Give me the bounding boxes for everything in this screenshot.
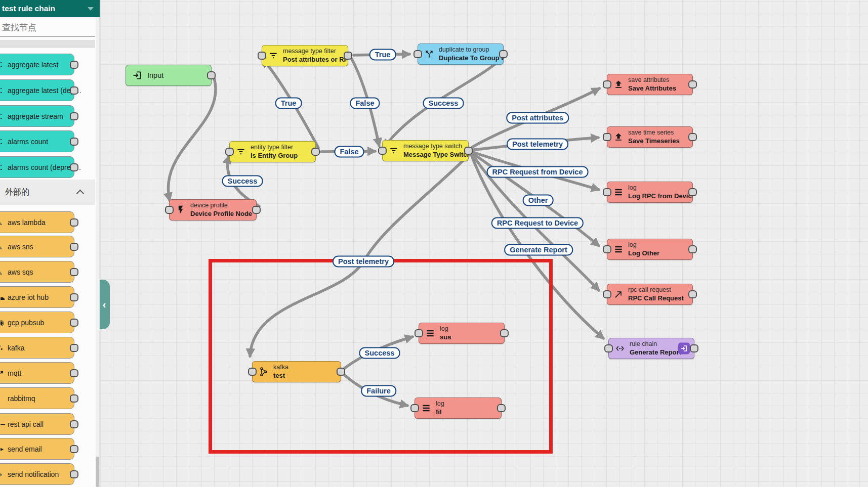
node-rule-chain-generate-report[interactable]: rule chain Generate Report [608,338,694,359]
output-connector[interactable] [70,61,78,69]
input-connector[interactable] [604,344,613,352]
edge-label-success[interactable]: Success [423,98,464,109]
output-connector[interactable] [464,147,473,155]
library-item-alarms-count-deprecated[interactable]: Σ alarms count (deprec… [0,156,74,178]
output-connector[interactable] [252,206,261,214]
output-connector[interactable] [500,329,509,337]
node-name: Duplicate To Group En… [439,54,503,62]
edge-label-success[interactable]: Success [359,347,400,359]
output-connector[interactable] [688,290,697,298]
node-log-fil[interactable]: log fil [415,397,502,419]
edge-label-false[interactable]: False [350,98,380,109]
library-item-aws-lambda[interactable]: λ aws lambda [0,211,74,233]
output-connector[interactable] [497,404,506,412]
input-connector[interactable] [165,206,174,214]
input-connector[interactable] [410,404,419,412]
node-save-time-series[interactable]: save time series Save Timeseries [607,126,693,148]
output-connector[interactable] [70,319,78,327]
node-log-other[interactable]: log Log Other [607,239,693,260]
edge-label-true[interactable]: True [275,98,302,109]
output-connector[interactable] [688,133,697,141]
node-input[interactable]: Input [126,65,212,86]
input-connector[interactable] [603,80,611,88]
input-connector[interactable] [603,133,611,141]
node-device-profile[interactable]: device profile Device Profile Node [169,199,257,220]
output-connector[interactable] [70,86,78,95]
input-connector[interactable] [603,188,611,196]
output-connector[interactable] [688,245,697,253]
output-connector[interactable] [70,293,78,301]
output-connector[interactable] [70,445,78,453]
edge-label-true[interactable]: True [369,49,396,61]
node-save-attributes[interactable]: save attributes Save Attributes [607,74,693,95]
edge-label-post-attributes[interactable]: Post attributes [506,112,569,124]
output-connector[interactable] [70,163,78,171]
output-connector[interactable] [70,218,78,227]
output-connector[interactable] [688,80,697,88]
node-message-type-filter[interactable]: message type filter Post attributes or R… [262,45,348,66]
edge-label-rpc-request-to-device[interactable]: RPC Request to Device [491,217,584,229]
output-connector[interactable] [70,344,78,352]
edge-label-rpc-request-from-device[interactable]: RPC Request from Device [487,166,589,178]
library-item-rabbitmq[interactable]: ▪ rabbitmq [0,387,74,409]
output-connector[interactable] [70,369,78,377]
edge-label-post-telemetry[interactable]: Post telemetry [507,139,568,150]
input-connector[interactable] [258,52,266,60]
edge-label-false[interactable]: False [334,146,364,158]
output-connector[interactable] [70,243,78,251]
open-rule-chain-button[interactable] [678,343,690,355]
node-log-rpc-from-device[interactable]: log Log RPC from Device [607,182,693,203]
node-message-type-switch[interactable]: message type switch Message Type Switch [382,140,469,161]
node-duplicate-to-group[interactable]: duplicate to group Duplicate To Group En… [418,43,504,65]
output-connector[interactable] [344,52,352,60]
input-connector[interactable] [415,329,423,337]
output-connector[interactable] [70,268,78,276]
node-type: rule chain [630,340,681,348]
sidebar-scrollbar[interactable] [96,17,99,487]
node-kafka-test[interactable]: kafka test [252,361,341,382]
scrollbar-thumb[interactable] [96,457,99,487]
node-log-sus[interactable]: log sus [419,323,505,344]
collapse-panel-tab[interactable]: ‹ [99,280,110,329]
library-item-azure-iot-hub[interactable]: ☁ azure iot hub [0,286,74,308]
library-item-aws-sqs[interactable]: λ aws sqs [0,261,74,283]
library-item-aws-sns[interactable]: λ aws sns [0,236,74,257]
library-item-gcp-pubsub[interactable]: ◉ gcp pubsub [0,312,74,333]
library-item-alarms-count[interactable]: Σ alarms count [0,130,74,152]
edge-label-other[interactable]: Other [523,195,554,206]
edge-label-post-telemetry[interactable]: Post telemetry [333,256,394,268]
output-connector[interactable] [70,112,78,120]
library-item-mqtt[interactable]: ↗ mqtt [0,362,74,384]
output-connector[interactable] [70,138,78,146]
output-connector[interactable] [207,71,216,79]
search-input[interactable] [1,22,89,33]
library-item-aggregate-stream[interactable]: Σ aggregate stream [0,105,74,127]
node-rpc-call-request[interactable]: rpc call request RPC Call Request [607,284,693,305]
library-item-rest-api-call[interactable]: — rest api call [0,413,74,435]
edge-label-success[interactable]: Success [222,175,263,187]
library-item-kafka[interactable]: ∴ kafka [0,337,74,359]
input-connector[interactable] [603,290,611,298]
output-connector[interactable] [70,394,78,403]
output-connector[interactable] [688,188,697,196]
library-item-send-email[interactable]: ► send email [0,438,74,460]
section-header-external[interactable]: 外部的 [0,180,95,205]
output-connector[interactable] [70,470,78,478]
input-connector[interactable] [603,245,611,253]
output-connector[interactable] [311,148,320,156]
edge-label-failure[interactable]: Failure [361,385,396,397]
output-connector[interactable] [690,344,698,352]
node-entity-type-filter[interactable]: entity type filter Is Entity Group [229,141,316,162]
library-item-aggregate-latest[interactable]: Σ aggregate latest [0,54,74,75]
library-item-aggregate-latest-deprecated[interactable]: Σ aggregate latest (dep… [0,79,74,101]
input-connector[interactable] [414,50,422,58]
output-connector[interactable] [337,368,345,376]
output-connector[interactable] [70,420,78,428]
input-connector[interactable] [248,368,257,376]
output-connector[interactable] [499,50,508,58]
library-item-send-notification[interactable]: ● send notification [0,463,74,485]
edge-label-generate-report[interactable]: Generate Report [504,244,573,256]
input-connector[interactable] [225,148,234,156]
rule-chain-menu[interactable]: test rule chain [0,0,100,17]
input-connector[interactable] [378,147,387,155]
